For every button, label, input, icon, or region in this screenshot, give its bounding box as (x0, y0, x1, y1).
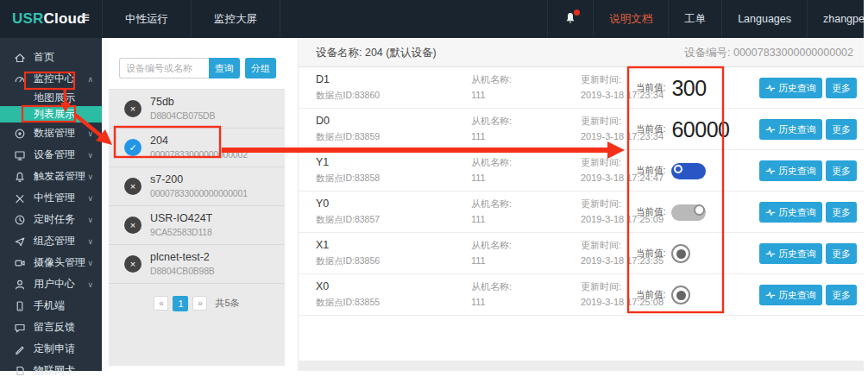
current-value-number: 60000 (671, 117, 729, 142)
sidebar-item-scheduled-tasks[interactable]: 定时任务 ∨ (0, 209, 102, 230)
sidebar-item-config-mgmt[interactable]: 组态管理 ∨ (0, 230, 102, 252)
pagination: « 1 » 共5条 (109, 284, 285, 323)
slave-name-value: 111 (471, 173, 486, 183)
datapoint-id: 数据点ID:83859 (316, 131, 380, 143)
camera-icon (14, 257, 26, 269)
navbar-right: 说明文档 工单 Languages zhangpeng12 (547, 0, 864, 38)
device-list-item[interactable]: × USR-IO424T 9CA52583D118 (109, 206, 285, 245)
sidebar-item-neutral-mgmt[interactable]: 中性管理 ∨ (0, 187, 102, 209)
device-list-item[interactable]: × plcnet-test-2 D8804CB0B98B (109, 245, 285, 284)
next-page-button[interactable]: » (192, 296, 207, 311)
chevron-down-icon: ∨ (87, 173, 93, 181)
sidebar-item-label: 监控中心 (34, 72, 75, 86)
more-button[interactable]: 更多 (826, 202, 857, 223)
device-code-header: 设备编号: 00007833000000000002 (684, 38, 853, 67)
logo-cloud: Cloud (44, 10, 86, 27)
sidebar-item-iot-card[interactable]: 物联网卡 (0, 360, 102, 381)
query-button[interactable]: 查询 (209, 58, 240, 78)
sidebar-item-label: 中性管理 (34, 191, 75, 205)
sidebar-item-home[interactable]: 首页 (0, 47, 102, 68)
radio-indicator[interactable] (671, 286, 690, 305)
notification-bell-button[interactable] (547, 0, 593, 38)
language-menu[interactable]: Languages (721, 0, 807, 38)
history-query-button[interactable]: 历史查询 (759, 243, 822, 264)
sidebar-item-custom-request[interactable]: 定制申请 (0, 338, 102, 360)
group-button[interactable]: 分组 (245, 58, 276, 78)
prev-page-button[interactable]: « (154, 296, 168, 311)
more-button[interactable]: 更多 (826, 119, 857, 140)
sidebar-item-label: 设备管理 (34, 148, 75, 162)
more-button[interactable]: 更多 (826, 160, 857, 181)
datapoint-name: Y0 (316, 198, 329, 210)
toggle-switch-off[interactable] (671, 204, 706, 221)
current-value-label: 当前值: (636, 165, 665, 177)
toggle-knob (694, 204, 705, 216)
tab-neutral-run[interactable]: 中性运行 (102, 0, 192, 38)
radio-dot (676, 291, 686, 300)
current-page-button[interactable]: 1 (173, 296, 188, 311)
sidebar-item-camera-mgmt[interactable]: 摄像头管理 ∨ (0, 252, 102, 273)
datapoint-rows: D1 数据点ID:83860 从机名称:111 更新时间:2019-3-18 1… (299, 67, 864, 316)
pencil-icon (14, 343, 26, 355)
history-query-button[interactable]: 历史查询 (759, 78, 822, 98)
device-id: 00007833000000000001 (150, 188, 248, 198)
work-order-link[interactable]: 工单 (668, 0, 721, 38)
datapoint-detail-panel: 设备名称: 204 (默认设备) 设备编号: 00007833000000000… (298, 38, 864, 361)
sidebar-item-monitor-center[interactable]: 监控中心 ∧ (0, 68, 102, 90)
navbar-tabs: 中性运行 监控大屏 (102, 0, 280, 38)
monitor-icon (14, 149, 26, 161)
gauge-icon (14, 73, 26, 85)
slave-name-value: 111 (471, 90, 486, 100)
datapoint-name: X1 (316, 239, 329, 251)
datapoint-row-d1: D1 数据点ID:83860 从机名称:111 更新时间:2019-3-18 1… (299, 67, 864, 109)
history-query-button[interactable]: 历史查询 (759, 119, 822, 140)
datapoint-row-y1: Y1 数据点ID:83858 从机名称:111 更新时间:2019-3-18 1… (299, 150, 864, 192)
more-button[interactable]: 更多 (826, 285, 857, 305)
sidebar-item-feedback[interactable]: 留言反馈 (0, 317, 102, 338)
sidebar-subitem-list-view[interactable]: 列表展示 (0, 106, 102, 122)
sidebar-scrollbar[interactable] (102, 38, 109, 371)
sidebar-item-data-mgmt[interactable]: 数据管理 ∨ (0, 122, 102, 144)
sidebar-item-label: 手机端 (34, 298, 65, 313)
top-navbar: USRCloud ≡ 中性运行 监控大屏 说明文档 工单 Languages z… (0, 0, 864, 38)
device-offline-icon: × (124, 217, 142, 234)
notification-dot (574, 9, 580, 16)
radio-indicator[interactable] (671, 244, 690, 263)
hamburger-menu-icon[interactable]: ≡ (81, 0, 90, 38)
device-list-item[interactable]: × s7-200 00007833000000000001 (109, 167, 285, 206)
device-selected-check-icon: ✓ (124, 139, 142, 156)
detail-header: 设备名称: 204 (默认设备) 设备编号: 00007833000000000… (299, 38, 864, 67)
chevron-down-icon: ∨ (87, 216, 93, 224)
datapoint-id: 数据点ID:83860 (316, 90, 380, 102)
pulse-icon (765, 290, 776, 300)
datapoint-row-x1: X1 数据点ID:83856 从机名称:111 更新时间:2019-3-18 1… (299, 233, 864, 274)
sidebar-item-trigger-mgmt[interactable]: 触发器管理 ∨ (0, 166, 102, 187)
sidebar-item-label: 触发器管理 (34, 169, 85, 184)
device-search-input[interactable] (119, 58, 209, 78)
chevron-down-icon: ∨ (87, 237, 93, 246)
datapoint-row-x0: X0 数据点ID:83855 从机名称:111 更新时间:2019-3-18 1… (299, 274, 864, 316)
sidebar-item-mobile[interactable]: 手机端 (0, 295, 102, 317)
radio-dot (676, 249, 686, 259)
sidebar-item-user-center[interactable]: 用户中心 ∨ (0, 273, 102, 295)
chevron-down-icon: ∨ (87, 129, 93, 138)
tab-monitor-screen[interactable]: 监控大屏 (192, 0, 280, 38)
sidebar-item-device-mgmt[interactable]: 设备管理 ∨ (0, 144, 102, 166)
datapoint-row-d0: D0 数据点ID:83859 从机名称:111 更新时间:2019-3-18 1… (299, 109, 864, 150)
history-query-button[interactable]: 历史查询 (759, 202, 822, 223)
sidebar-subitem-map-view[interactable]: 地图展示 (0, 90, 102, 106)
history-query-button[interactable]: 历史查询 (759, 160, 822, 181)
chevron-up-icon: ∧ (87, 75, 93, 84)
more-button[interactable]: 更多 (826, 243, 857, 264)
device-name-header: 设备名称: 204 (默认设备) (316, 38, 437, 67)
home-icon (14, 52, 26, 64)
user-menu[interactable]: zhangpeng12 (807, 0, 864, 38)
toggle-switch-on[interactable] (671, 163, 706, 179)
history-query-button[interactable]: 历史查询 (759, 285, 822, 305)
docs-link[interactable]: 说明文档 (593, 0, 668, 38)
device-list-item[interactable]: × 75db D8804CB075DB (109, 90, 285, 129)
more-button[interactable]: 更多 (826, 78, 857, 98)
slave-name-label: 从机名称: (471, 198, 512, 210)
device-list-item-selected[interactable]: ✓ 204 00007833000000000002 (109, 129, 285, 167)
device-name: plcnet-test-2 (150, 251, 210, 263)
